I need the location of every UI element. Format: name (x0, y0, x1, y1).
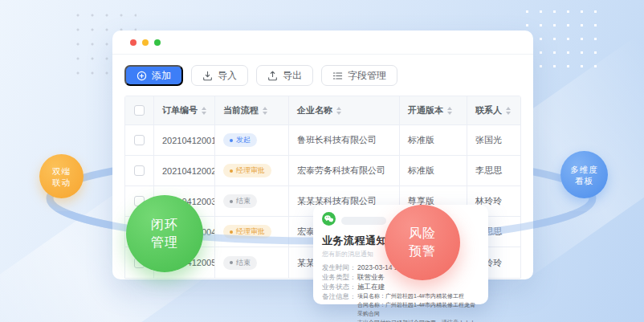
marketing-screenshot: 添加 导入 导出 (0, 0, 644, 322)
column-header-order[interactable]: 订单编号 (154, 96, 215, 124)
contact-name: 张国光 (475, 134, 502, 146)
column-header-version[interactable]: 开通版本 (400, 96, 467, 124)
list-settings-icon (332, 71, 343, 81)
export-button[interactable]: 导出 (256, 65, 313, 86)
field-management-button[interactable]: 字段管理 (321, 65, 397, 86)
plus-circle-icon (137, 71, 147, 81)
add-button-label: 添加 (152, 69, 171, 83)
status-dot-icon (230, 139, 233, 142)
badge-dual-end-linkage: 双端 联动 (39, 154, 84, 198)
status-dot-icon (230, 169, 233, 173)
import-icon (202, 71, 213, 81)
notification-field-state: 业务状态： 施工在建 (322, 282, 479, 291)
badge-risk-warning: 风险 预警 (385, 205, 460, 280)
status-badge: 结束 (223, 256, 257, 270)
status-badge: 经理审批 (223, 164, 271, 177)
status-badge: 发起 (223, 133, 257, 147)
remark-line: 合同名称：广州碧桂园1-4#市内精装修工程龙骨采购合同 (357, 300, 479, 318)
contact-name: 李思思 (475, 165, 502, 177)
company-name: 宏泰劳务科技有限公司 (297, 165, 385, 177)
table-row[interactable]: 20210412001 发起 鲁班长科技有限公司 标准版 张国光 (125, 125, 520, 156)
sender-placeholder (341, 217, 386, 225)
status-badge: 经理审批 (223, 225, 271, 238)
order-number: 20210412002 (162, 166, 215, 176)
field-management-button-label: 字段管理 (348, 69, 386, 83)
remark-line: 项目名称：广州碧桂园1-4#市内精装修工程 (357, 291, 479, 300)
status-dot-icon (230, 200, 233, 203)
export-icon (267, 71, 278, 81)
wechat-icon (322, 212, 336, 229)
column-header-process[interactable]: 当前流程 (215, 96, 289, 124)
badge-multi-dimension-board: 多维度 看板 (560, 151, 608, 198)
remark-line: 支出合同付款已经超过合同收票，请注意！！！ (357, 318, 479, 322)
row-checkbox[interactable] (134, 165, 145, 176)
select-all-checkbox[interactable] (134, 105, 145, 116)
table-row[interactable]: 20210412002 经理审批 宏泰劳务科技有限公司 标准版 李思思 (125, 156, 520, 186)
import-button[interactable]: 导入 (191, 65, 248, 86)
close-window-icon[interactable] (130, 39, 137, 46)
status-dot-icon (230, 230, 233, 234)
table-header-row: 订单编号 当前流程 企业名称 开通版本 联系人 (125, 96, 520, 125)
maximize-window-icon[interactable] (154, 39, 161, 46)
company-name: 鲁班长科技有限公司 (297, 134, 377, 146)
toolbar: 添加 导入 导出 (112, 55, 533, 96)
minimize-window-icon[interactable] (142, 39, 149, 46)
notification-field-remark: 备注信息： 项目名称：广州碧桂园1-4#市内精装修工程 合同名称：广州碧桂园1-… (322, 291, 479, 322)
badge-closed-loop-management: 闭环 管理 (126, 195, 203, 272)
sort-icon[interactable] (336, 107, 341, 115)
version-name: 标准版 (408, 165, 434, 177)
order-number: 20210412001 (162, 136, 215, 145)
add-button[interactable]: 添加 (124, 65, 183, 86)
sort-icon[interactable] (263, 107, 267, 115)
version-name: 标准版 (408, 134, 434, 146)
status-dot-icon (230, 261, 233, 264)
sort-icon[interactable] (447, 107, 452, 115)
status-badge: 结束 (223, 194, 257, 208)
import-button-label: 导入 (218, 69, 237, 83)
sort-icon[interactable] (202, 107, 206, 115)
window-titlebar (112, 31, 533, 55)
column-header-contact[interactable]: 联系人 (467, 96, 520, 124)
column-header-company[interactable]: 企业名称 (289, 96, 400, 124)
row-checkbox[interactable] (134, 135, 145, 145)
sort-icon[interactable] (506, 107, 511, 115)
export-button-label: 导出 (283, 69, 302, 83)
